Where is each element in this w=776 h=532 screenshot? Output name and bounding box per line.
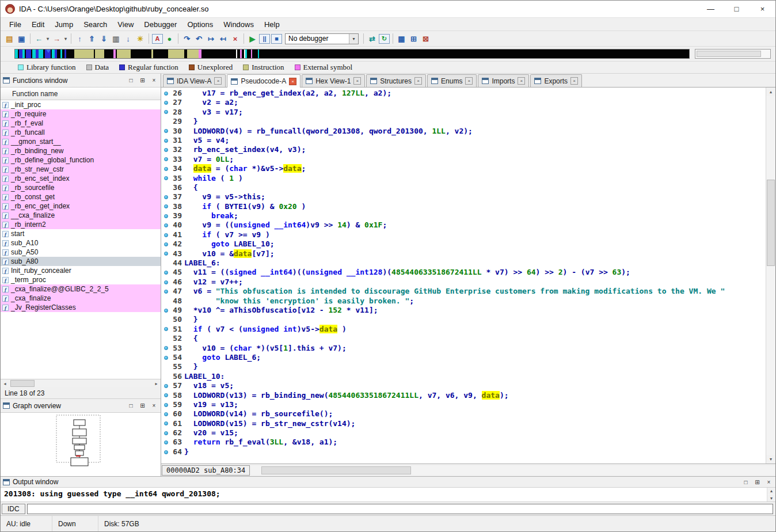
refresh-memory-icon[interactable]: ↻	[379, 34, 390, 44]
code-token[interactable]: LODWORD(v4) = rb_funcall(qword_201308, q…	[184, 127, 432, 135]
menu-item-help[interactable]: Help	[259, 19, 285, 30]
code-line[interactable]: 64}	[161, 447, 766, 457]
code-vscrollbar[interactable]: ▴ ▾	[766, 88, 775, 463]
scroll-right-icon[interactable]: ▸	[152, 379, 161, 387]
code-token[interactable]	[184, 202, 202, 211]
code-token[interactable]: v6 =	[184, 287, 216, 295]
function-row[interactable]: f_rb_intern2	[1, 220, 161, 229]
tab-hex-view-1[interactable]: Hex View-1×	[302, 74, 365, 87]
code-token[interactable]: * v11];	[342, 306, 378, 314]
code-token[interactable]: )v9 >>	[306, 221, 337, 229]
code-token[interactable]: v20 = v15;	[184, 428, 238, 437]
nav-band-scrollbar[interactable]	[695, 49, 771, 59]
tab-close-icon[interactable]: ×	[414, 77, 422, 85]
function-row[interactable]: f_cxa_finalize@@GLIBC_2_2_5	[1, 284, 161, 294]
code-token[interactable]: ;	[234, 211, 238, 220]
menu-item-debugger[interactable]: Debugger	[139, 19, 182, 30]
code-token[interactable]: *)&v5->	[248, 164, 284, 173]
code-line[interactable]: 58 LODWORD(v13) = rb_binding_new(4854406…	[161, 391, 766, 400]
code-token[interactable]: v18 = v5;	[184, 381, 234, 390]
stop-process-icon[interactable]: ■	[271, 34, 282, 44]
code-token[interactable]: 1	[229, 174, 234, 183]
tab-pseudocode-a[interactable]: Pseudocode-A×	[227, 74, 300, 88]
open-file-icon[interactable]: ▤	[3, 33, 16, 44]
code-token[interactable]: }	[184, 315, 197, 324]
function-row[interactable]: fsub_A50	[1, 248, 161, 257]
code-token[interactable]: data	[482, 391, 500, 400]
code-vscroll-track[interactable]	[766, 96, 775, 455]
code-token[interactable]: 0LL	[216, 155, 229, 164]
code-token[interactable]: v9 = ((	[184, 221, 234, 229]
code-token[interactable]: 3LL	[270, 438, 283, 446]
function-row[interactable]: f_rb_sourcefile	[1, 183, 161, 192]
code-token[interactable]: ;	[302, 164, 306, 173]
code-line[interactable]: 60 LODWORD(v14) = rb_sourcefile();	[161, 409, 766, 419]
code-token[interactable]: LABEL_10:	[184, 372, 225, 381]
code-line[interactable]: 37 v9 = v5->this;	[161, 192, 766, 202]
idc-button[interactable]: IDC	[2, 504, 25, 514]
code-token[interactable]: if	[202, 202, 211, 211]
code-token[interactable]: if	[193, 325, 203, 333]
code-token[interactable]: "know this 'encryption' is easily broken…	[216, 297, 410, 305]
code-token[interactable]: char	[234, 344, 252, 352]
function-row[interactable]: f_cxa_finalize	[1, 294, 161, 303]
code-token[interactable]: signed __int64	[229, 268, 292, 276]
function-row[interactable]: f_rb_require	[1, 109, 161, 119]
function-row[interactable]: f_rb_str_new_cstr	[1, 165, 161, 174]
code-line[interactable]: 34 data = (char *)&v5->data;	[161, 164, 766, 173]
code-token[interactable]: {	[184, 183, 197, 192]
code-token[interactable]: v17 = rb_enc_get_index(a2, a2,	[184, 89, 342, 97]
function-name-column-header[interactable]: Function name	[1, 88, 161, 100]
code-token[interactable]: *v10 ^= aThisObfuscatio[v12 -	[184, 306, 328, 314]
code-line[interactable]: 44LABEL_6:	[161, 259, 766, 268]
function-hscroll-thumb[interactable]	[10, 380, 35, 387]
function-row[interactable]: fsub_A10	[1, 238, 161, 248]
code-token[interactable]: 14	[337, 221, 347, 229]
output-scroll-up-icon[interactable]: ▴	[767, 488, 775, 494]
code-token[interactable]: = (	[211, 164, 229, 173]
code-token[interactable]: , a2);	[364, 89, 391, 97]
code-line[interactable]: 42 goto LABEL_10;	[161, 240, 766, 249]
code-token[interactable]: , &v18, a1);	[283, 438, 337, 446]
code-token[interactable]: }	[184, 362, 197, 371]
code-token[interactable]: ) - (v7 >>	[563, 268, 613, 276]
code-token[interactable]: v5 = v4;	[184, 136, 229, 145]
save-icon[interactable]: ▣	[16, 33, 28, 44]
code-token[interactable]: )v5->	[297, 325, 319, 333]
code-token[interactable]: v10 = &	[184, 249, 234, 258]
code-line[interactable]: 30 LODWORD(v4) = rb_funcall(qword_201308…	[161, 127, 766, 136]
jump-by-name-icon[interactable]: ↑	[74, 33, 86, 44]
code-line[interactable]: 35 while ( 1 )	[161, 174, 766, 183]
code-token[interactable]: unsigned int	[243, 325, 297, 333]
code-token[interactable]	[184, 164, 193, 173]
code-vscroll-thumb[interactable]	[767, 180, 775, 266]
code-token[interactable]: break	[211, 211, 234, 220]
code-token[interactable]: ( v7 >= v9 )	[211, 230, 270, 239]
function-row[interactable]: f_init_proc	[1, 100, 161, 109]
tab-close-icon[interactable]: ×	[353, 77, 361, 85]
function-row[interactable]: f_rb_binding_new	[1, 146, 161, 155]
minimize-button[interactable]: —	[698, 1, 724, 17]
output-log-line[interactable]: 201308: using guessed type __int64 qword…	[1, 488, 767, 501]
menu-item-options[interactable]: Options	[182, 19, 218, 30]
code-line[interactable]: 31 v5 = v4;	[161, 136, 766, 145]
menu-item-edit[interactable]: Edit	[26, 19, 50, 30]
debugger-select[interactable]: No debugger▾	[285, 33, 359, 44]
code-line[interactable]: 57 v18 = v5;	[161, 381, 766, 390]
code-token[interactable]: v19 = v13;	[184, 400, 238, 409]
code-token[interactable]: );	[500, 391, 509, 400]
code-token[interactable]: v9 = v5->this;	[184, 192, 265, 201]
code-token[interactable]: ( v7 < (	[202, 325, 242, 333]
code-token[interactable]: );	[621, 268, 630, 276]
tab-close-icon[interactable]: ×	[289, 78, 296, 85]
code-token[interactable]: LODWORD(v14) = rb_sourcefile();	[184, 409, 333, 418]
code-token[interactable]: 0x20	[279, 202, 296, 211]
code-token[interactable]: 485440633518672411LL	[391, 268, 482, 276]
windows-list-icon[interactable]: ▦	[395, 33, 408, 44]
code-token[interactable]: goto	[202, 353, 220, 362]
code-token[interactable]: }	[184, 117, 197, 126]
flashlight-icon[interactable]: ☀	[134, 33, 146, 44]
code-line[interactable]: 33 v7 = 0LL;	[161, 155, 766, 164]
code-line[interactable]: 41 if ( v7 >= v9 )	[161, 230, 766, 240]
code-token[interactable]	[184, 230, 202, 239]
